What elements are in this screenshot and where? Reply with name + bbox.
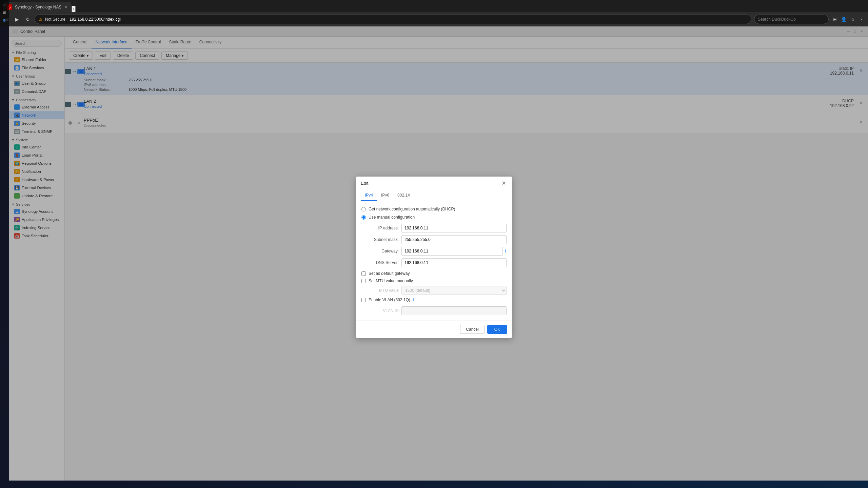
cancel-button[interactable]: Cancel [460,325,484,334]
checkbox-mtu-manual-input[interactable] [361,279,366,283]
checkboxes-section: Set as default gateway Set MTU value man… [361,271,507,315]
mtu-grid: MTU value 1500 (default) [361,286,507,295]
vlan-id-grid: VLAN ID [361,306,507,315]
vlan-id-label: VLAN ID [361,308,399,313]
checkbox-mtu-manual-label: Set MTU value manually [369,279,413,283]
modal-body: Get network configuration automatically … [356,201,512,321]
edit-modal: Edit ✕ IPv4 IPv6 802.1X [356,177,512,338]
gateway-label: Gateway: [361,249,399,253]
browser-actions: ⊞ 👤 ☆ ⋮ [831,15,865,23]
modal-tabs: IPv4 IPv6 802.1X [356,190,512,201]
modal-tab-ipv6[interactable]: IPv6 [377,190,393,201]
dns-server-input[interactable] [401,258,507,267]
taskbar-icon-home[interactable]: ⌂ [1,1,8,8]
ip-address-input[interactable] [401,224,507,232]
checkbox-default-gateway-label: Set as default gateway [369,271,410,276]
taskbar-icon-apps[interactable]: ⊞ [1,9,8,16]
subnet-mask-input[interactable] [401,235,507,244]
refresh-button[interactable]: ↻ [24,15,32,23]
ip-address-label: IP address: [361,226,399,230]
mtu-value-select: 1500 (default) [401,286,507,295]
active-tab[interactable]: S Synology - Synology NAS ✕ [3,2,72,12]
browser-toolbar: ◀ ▶ ↻ ⚠ Not Secure 192.168.0.22:5000/ind… [0,12,868,26]
search-bar[interactable] [754,15,829,24]
gateway-row: ℹ [401,247,507,256]
forward-button[interactable]: ▶ [13,15,21,23]
tab-close[interactable]: ✕ [64,5,67,9]
vlan-id-input [401,306,507,315]
modal-tab-ipv4[interactable]: IPv4 [361,190,377,201]
modal-title: Edit [361,181,368,186]
star-button[interactable]: ☆ [849,15,856,23]
checkbox-vlan-label: Enable VLAN (802.1Q) [369,298,410,302]
profile-button[interactable]: 👤 [840,15,848,23]
checkbox-default-gateway[interactable]: Set as default gateway [361,271,507,276]
modal-tab-8021x[interactable]: 802.1X [393,190,414,201]
security-icon: ⚠ [39,17,42,22]
modal-overlay: Edit ✕ IPv4 IPv6 802.1X [0,26,868,488]
modal-titlebar: Edit ✕ [356,177,512,190]
radio-dhcp[interactable]: Get network configuration automatically … [361,207,507,211]
browser-tabs: S Synology - Synology NAS ✕ + [0,0,868,12]
checkbox-vlan[interactable]: Enable VLAN (802.1Q) ℹ [361,298,507,302]
desktop: Control Panel — □ ✕ ▼ [0,26,868,488]
radio-manual-label: Use manual configuration [369,215,415,220]
ok-button[interactable]: OK [487,325,507,334]
gateway-input[interactable] [401,247,503,256]
search-input[interactable] [758,17,825,22]
browser-chrome: S Synology - Synology NAS ✕ + ◀ ▶ ↻ ⚠ No… [0,0,868,26]
checkbox-vlan-input[interactable] [361,298,366,302]
gateway-info-icon[interactable]: ℹ [505,249,507,253]
vlan-info-icon[interactable]: ℹ [413,298,415,302]
menu-button[interactable]: ⋮ [858,15,865,23]
radio-manual[interactable]: Use manual configuration [361,215,507,220]
checkbox-default-gateway-input[interactable] [361,271,366,276]
extensions-button[interactable]: ⊞ [831,15,838,23]
dns-server-label: DNS Server: [361,260,399,265]
subnet-mask-label: Subnet mask: [361,237,399,242]
tab-title: Synology - Synology NAS [15,5,61,9]
radio-dhcp-input[interactable] [361,207,366,211]
add-tab-button[interactable]: + [72,6,76,12]
radio-manual-input[interactable] [361,215,366,220]
app-container: ⌂ ⊞ ⚙ ↓ 📦 💬 🔵 ⚙ 🔔 Control Panel — □ ✕ [0,26,868,488]
modal-footer: Cancel OK [356,321,512,338]
mtu-value-label: MTU value [361,288,399,293]
form-grid: IP address: Subnet mask: Gateway: ℹ DNS … [361,224,507,267]
address-bar[interactable]: ⚠ Not Secure 192.168.0.22:5000/index.cgi [35,15,751,24]
url-value: 192.168.0.22:5000/index.cgi [70,17,121,22]
url-text: Not Secure [45,17,65,22]
modal-close-button[interactable]: ✕ [500,180,507,186]
radio-dhcp-label: Get network configuration automatically … [369,207,455,211]
checkbox-mtu-manual[interactable]: Set MTU value manually [361,279,507,283]
taskbar-icon-cp[interactable]: ⚙ [1,17,8,24]
